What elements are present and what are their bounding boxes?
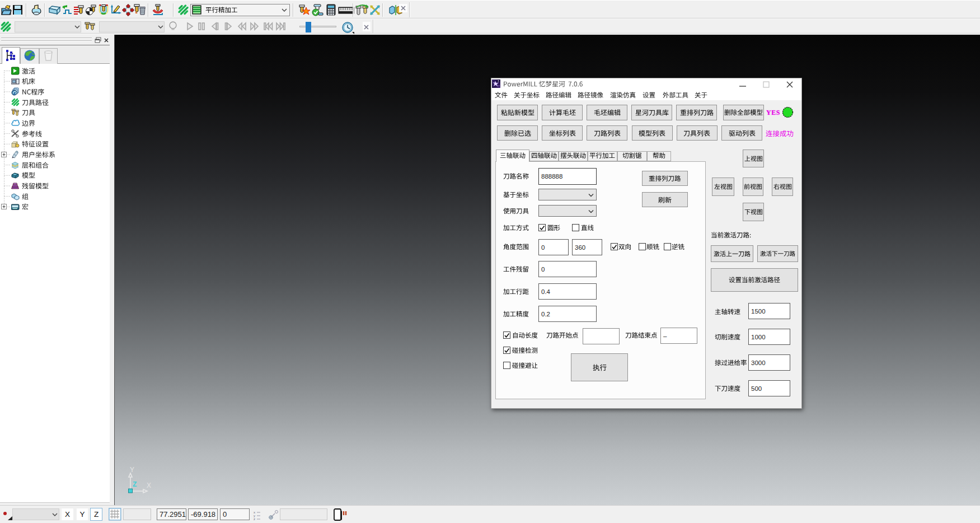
- svg-text:z: z: [254, 517, 255, 521]
